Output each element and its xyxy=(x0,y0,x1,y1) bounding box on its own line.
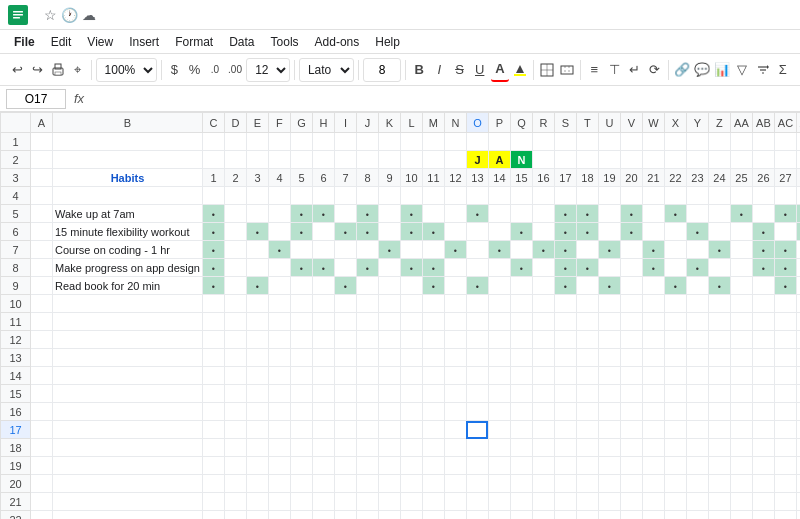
cell-day10-row7[interactable] xyxy=(400,241,422,259)
cell-day15-row16[interactable] xyxy=(510,403,532,421)
cell-day12-row18[interactable] xyxy=(444,439,466,457)
cell-B4[interactable] xyxy=(53,187,203,205)
cell-day27-row21[interactable] xyxy=(774,493,796,511)
cell-day12-row13[interactable] xyxy=(444,349,466,367)
col-header-W[interactable]: W xyxy=(642,113,664,133)
cell-day10-row13[interactable] xyxy=(400,349,422,367)
cell-day1-row19[interactable] xyxy=(202,457,224,475)
col-header-F[interactable]: F xyxy=(268,113,290,133)
cell-day10-row11[interactable] xyxy=(400,313,422,331)
cell-day25-row7[interactable] xyxy=(730,241,752,259)
cell-day24-row5[interactable] xyxy=(708,205,730,223)
cell-day13-row22[interactable] xyxy=(466,511,488,520)
cell-day25-row16[interactable] xyxy=(730,403,752,421)
cell-day28-row19[interactable] xyxy=(796,457,800,475)
cell-day20-row19[interactable] xyxy=(620,457,642,475)
cell-day28-row6[interactable]: • xyxy=(796,223,800,241)
cell-day25-row19[interactable] xyxy=(730,457,752,475)
cell-day5-row3[interactable]: 5 xyxy=(290,169,312,187)
cell-day10-row8[interactable]: • xyxy=(400,259,422,277)
cell-day7-row17[interactable] xyxy=(334,421,356,439)
cell-day8-row17[interactable] xyxy=(356,421,378,439)
cell-day10-row18[interactable] xyxy=(400,439,422,457)
cell-day23-row5[interactable] xyxy=(686,205,708,223)
cell-day8-row20[interactable] xyxy=(356,475,378,493)
cell-B7[interactable]: Course on coding - 1 hr xyxy=(53,241,203,259)
cell-A5[interactable] xyxy=(31,205,53,223)
cell-day3-row9[interactable]: • xyxy=(246,277,268,295)
cell-day5-row17[interactable] xyxy=(290,421,312,439)
cell-day10-row9[interactable] xyxy=(400,277,422,295)
cell-day1-row8[interactable]: • xyxy=(202,259,224,277)
cell-day14-row11[interactable] xyxy=(488,313,510,331)
cell-day3-row22[interactable] xyxy=(246,511,268,520)
cell-day5-row13[interactable] xyxy=(290,349,312,367)
cell-day23-row21[interactable] xyxy=(686,493,708,511)
cell-day24-row20[interactable] xyxy=(708,475,730,493)
cell-day27-row14[interactable] xyxy=(774,367,796,385)
borders-button[interactable] xyxy=(538,58,556,82)
cell-day13-row16[interactable] xyxy=(466,403,488,421)
cell-day10-row4[interactable] xyxy=(400,187,422,205)
menu-data[interactable]: Data xyxy=(223,33,260,51)
cell-day15-row13[interactable] xyxy=(510,349,532,367)
cell-B22[interactable] xyxy=(53,511,203,520)
cell-day1-row11[interactable] xyxy=(202,313,224,331)
cell-day28-row11[interactable] xyxy=(796,313,800,331)
cell-day15-row7[interactable] xyxy=(510,241,532,259)
cell-day9-row2[interactable] xyxy=(378,151,400,169)
cell-day3-row4[interactable] xyxy=(246,187,268,205)
rotate-button[interactable]: ⟳ xyxy=(646,58,664,82)
cell-day24-row21[interactable] xyxy=(708,493,730,511)
cell-day25-row1[interactable] xyxy=(730,133,752,151)
cell-day10-row5[interactable]: • xyxy=(400,205,422,223)
cell-A9[interactable] xyxy=(31,277,53,295)
cell-day12-row9[interactable] xyxy=(444,277,466,295)
cell-day20-row13[interactable] xyxy=(620,349,642,367)
cell-day5-row15[interactable] xyxy=(290,385,312,403)
cell-day12-row5[interactable] xyxy=(444,205,466,223)
col-header-K[interactable]: K xyxy=(378,113,400,133)
cell-day4-row4[interactable] xyxy=(268,187,290,205)
cell-day3-row1[interactable] xyxy=(246,133,268,151)
cell-day20-row4[interactable] xyxy=(620,187,642,205)
align-h-button[interactable]: ≡ xyxy=(585,58,603,82)
cell-day26-row13[interactable] xyxy=(752,349,774,367)
menu-format[interactable]: Format xyxy=(169,33,219,51)
cell-day11-row9[interactable]: • xyxy=(422,277,444,295)
cell-day9-row4[interactable] xyxy=(378,187,400,205)
cell-day13-row3[interactable]: 13 xyxy=(466,169,488,187)
cell-day22-row8[interactable] xyxy=(664,259,686,277)
cell-day22-row2[interactable] xyxy=(664,151,686,169)
cell-day6-row20[interactable] xyxy=(312,475,334,493)
cell-day9-row14[interactable] xyxy=(378,367,400,385)
cell-day10-row17[interactable] xyxy=(400,421,422,439)
cell-day22-row18[interactable] xyxy=(664,439,686,457)
menu-addons[interactable]: Add-ons xyxy=(309,33,366,51)
cell-day7-row22[interactable] xyxy=(334,511,356,520)
cell-day14-row22[interactable] xyxy=(488,511,510,520)
cell-day12-row17[interactable] xyxy=(444,421,466,439)
font-select[interactable]: Lato xyxy=(299,58,355,82)
menu-tools[interactable]: Tools xyxy=(265,33,305,51)
cell-day4-row12[interactable] xyxy=(268,331,290,349)
cell-day14-row13[interactable] xyxy=(488,349,510,367)
cell-day2-row2[interactable] xyxy=(224,151,246,169)
cell-day3-row16[interactable] xyxy=(246,403,268,421)
cell-day10-row22[interactable] xyxy=(400,511,422,520)
cell-day18-row1[interactable] xyxy=(576,133,598,151)
cell-day13-row19[interactable] xyxy=(466,457,488,475)
cell-day19-row4[interactable] xyxy=(598,187,620,205)
col-header-G[interactable]: G xyxy=(290,113,312,133)
cell-day16-row16[interactable] xyxy=(532,403,554,421)
cell-day2-row18[interactable] xyxy=(224,439,246,457)
cell-day1-row12[interactable] xyxy=(202,331,224,349)
cell-day8-row3[interactable]: 8 xyxy=(356,169,378,187)
cell-day4-row11[interactable] xyxy=(268,313,290,331)
cell-day13-row14[interactable] xyxy=(466,367,488,385)
cell-day2-row14[interactable] xyxy=(224,367,246,385)
cell-day2-row21[interactable] xyxy=(224,493,246,511)
cell-day11-row19[interactable] xyxy=(422,457,444,475)
cell-day18-row20[interactable] xyxy=(576,475,598,493)
cell-day8-row18[interactable] xyxy=(356,439,378,457)
